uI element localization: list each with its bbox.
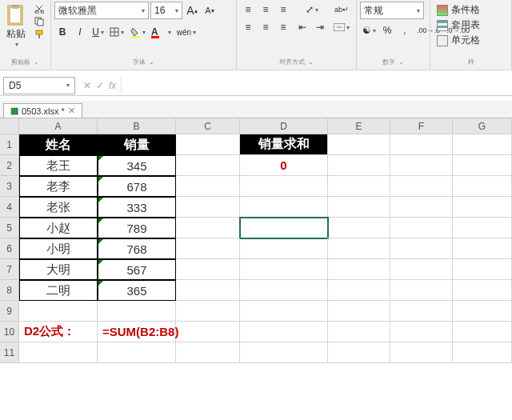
bold-button[interactable]: B bbox=[54, 24, 70, 40]
col-header[interactable]: D bbox=[240, 118, 328, 134]
phonetic-button[interactable]: wén▾ bbox=[174, 24, 198, 40]
cell[interactable] bbox=[390, 134, 453, 155]
cell[interactable] bbox=[240, 342, 328, 363]
cell[interactable]: =SUM(B2:B8) bbox=[98, 322, 176, 342]
cell[interactable] bbox=[390, 322, 453, 342]
cell[interactable] bbox=[328, 280, 390, 301]
align-left-button[interactable]: ≡ bbox=[240, 19, 256, 35]
accounting-format-button[interactable]: ☯▾ bbox=[360, 22, 378, 38]
cell[interactable]: 365 bbox=[98, 280, 176, 301]
format-as-table-button[interactable]: 套用表 bbox=[437, 18, 505, 32]
cell[interactable] bbox=[328, 134, 390, 155]
spreadsheet-grid[interactable]: ABCDEFG1姓名销量销量求和2老王34503老李6784老张3335小赵78… bbox=[0, 118, 512, 363]
row-header[interactable]: 2 bbox=[0, 155, 19, 176]
cell[interactable] bbox=[328, 155, 390, 176]
row-header[interactable]: 4 bbox=[0, 197, 19, 218]
paste-button[interactable]: 粘贴 ▾ bbox=[3, 2, 29, 50]
increase-font-button[interactable]: A▴ bbox=[184, 2, 200, 18]
formula-input[interactable] bbox=[121, 77, 512, 94]
cell[interactable] bbox=[453, 322, 512, 342]
orientation-button[interactable]: ⤢▾ bbox=[294, 2, 328, 18]
row-header[interactable]: 7 bbox=[0, 259, 19, 280]
decrease-font-button[interactable]: A▾ bbox=[202, 2, 218, 18]
increase-indent-button[interactable]: ⇥ bbox=[312, 19, 328, 35]
cell[interactable] bbox=[176, 280, 240, 301]
cell[interactable]: 小明 bbox=[19, 238, 98, 259]
cell[interactable] bbox=[390, 155, 453, 176]
col-header[interactable]: B bbox=[98, 118, 176, 134]
select-all-corner[interactable] bbox=[0, 118, 19, 134]
cell[interactable] bbox=[453, 218, 512, 238]
font-name-selector[interactable]: 微软雅黑▾ bbox=[54, 2, 149, 19]
row-header[interactable]: 9 bbox=[0, 301, 19, 322]
accept-formula-icon[interactable]: ✓ bbox=[96, 80, 104, 91]
cell[interactable] bbox=[176, 155, 240, 176]
col-header[interactable]: A bbox=[19, 118, 98, 134]
cell[interactable] bbox=[390, 218, 453, 238]
font-size-selector[interactable]: 16▾ bbox=[150, 2, 182, 19]
row-header[interactable]: 3 bbox=[0, 176, 19, 197]
cell[interactable] bbox=[453, 238, 512, 259]
cell[interactable] bbox=[328, 301, 390, 322]
cell[interactable] bbox=[176, 301, 240, 322]
cell[interactable] bbox=[328, 218, 390, 238]
cell[interactable] bbox=[453, 155, 512, 176]
cell[interactable] bbox=[453, 197, 512, 218]
cell[interactable] bbox=[328, 342, 390, 363]
cell[interactable] bbox=[453, 301, 512, 322]
cell[interactable] bbox=[328, 197, 390, 218]
cell[interactable] bbox=[240, 259, 328, 280]
cell[interactable]: 销量 bbox=[98, 134, 176, 155]
cell[interactable] bbox=[453, 280, 512, 301]
file-tab[interactable]: ▦ 0503.xlsx * ✕ bbox=[3, 103, 82, 118]
cell[interactable]: 老王 bbox=[19, 155, 98, 176]
cell[interactable]: 789 bbox=[98, 218, 176, 238]
align-top-button[interactable]: ≡ bbox=[240, 2, 256, 18]
align-right-button[interactable]: ≡ bbox=[275, 19, 291, 35]
name-box[interactable]: D5▾ bbox=[3, 77, 75, 94]
cell[interactable] bbox=[98, 301, 176, 322]
cell[interactable]: 二明 bbox=[19, 280, 98, 301]
cell[interactable]: 678 bbox=[98, 176, 176, 197]
cell[interactable] bbox=[176, 342, 240, 363]
cell[interactable] bbox=[328, 176, 390, 197]
fx-icon[interactable]: fx bbox=[109, 80, 116, 91]
cell[interactable] bbox=[453, 176, 512, 197]
cell[interactable] bbox=[390, 259, 453, 280]
align-middle-button[interactable]: ≡ bbox=[258, 2, 274, 18]
cell[interactable]: 333 bbox=[98, 197, 176, 218]
cell[interactable] bbox=[240, 301, 328, 322]
cell[interactable] bbox=[390, 301, 453, 322]
cell[interactable]: 老李 bbox=[19, 176, 98, 197]
conditional-format-button[interactable]: 条件格 bbox=[437, 3, 505, 17]
cell[interactable] bbox=[390, 342, 453, 363]
cell[interactable] bbox=[453, 259, 512, 280]
row-header[interactable]: 11 bbox=[0, 342, 19, 363]
merge-button[interactable]: ▾ bbox=[331, 19, 351, 35]
cell[interactable] bbox=[176, 259, 240, 280]
cell[interactable] bbox=[19, 342, 98, 363]
cell[interactable] bbox=[240, 280, 328, 301]
cell[interactable] bbox=[240, 238, 328, 259]
wrap-text-button[interactable]: ab↵ bbox=[331, 2, 351, 18]
cell[interactable] bbox=[98, 342, 176, 363]
cell[interactable] bbox=[390, 280, 453, 301]
cell[interactable] bbox=[328, 238, 390, 259]
row-header[interactable]: 10 bbox=[0, 322, 19, 342]
cell[interactable] bbox=[240, 218, 328, 238]
cell[interactable] bbox=[328, 322, 390, 342]
col-header[interactable]: C bbox=[176, 118, 240, 134]
cell[interactable]: 姓名 bbox=[19, 134, 98, 155]
cell[interactable]: 567 bbox=[98, 259, 176, 280]
cell[interactable]: 销量求和 bbox=[240, 134, 328, 155]
row-header[interactable]: 6 bbox=[0, 238, 19, 259]
cell[interactable] bbox=[390, 238, 453, 259]
decrease-indent-button[interactable]: ⇤ bbox=[294, 19, 310, 35]
cell[interactable]: 0 bbox=[240, 155, 328, 176]
col-header[interactable]: F bbox=[390, 118, 453, 134]
cell[interactable] bbox=[176, 176, 240, 197]
number-format-selector[interactable]: 常规▾ bbox=[360, 2, 424, 19]
cell[interactable] bbox=[390, 176, 453, 197]
row-header[interactable]: 8 bbox=[0, 280, 19, 301]
fill-color-button[interactable]: ▾ bbox=[127, 24, 147, 40]
